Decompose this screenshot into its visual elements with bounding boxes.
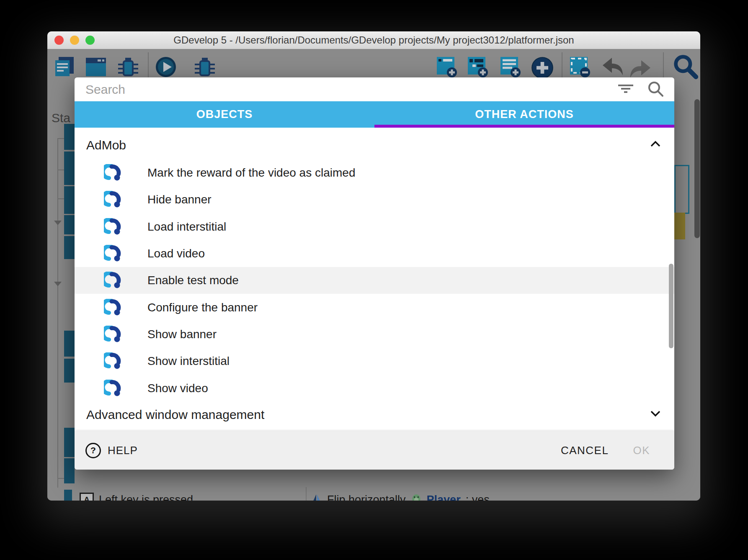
action-item[interactable]: Show banner — [75, 321, 674, 348]
background-event-block — [64, 236, 75, 259]
action-item[interactable]: Load interstitial — [75, 213, 674, 240]
active-tab-indicator — [374, 125, 674, 128]
admob-icon — [104, 191, 121, 208]
add-event-icon[interactable] — [436, 56, 458, 78]
redo-icon[interactable] — [629, 56, 650, 78]
background-event-block — [64, 331, 75, 357]
background-event-block — [64, 215, 75, 234]
background-event-block — [64, 359, 75, 383]
dialog-footer: ? HELP CANCEL OK — [75, 431, 674, 470]
search-bar — [75, 77, 674, 101]
help-circle-icon: ? — [85, 443, 101, 458]
admob-icon — [104, 299, 121, 316]
flip-icon — [311, 493, 322, 501]
chevron-up-icon[interactable] — [648, 138, 663, 152]
scene-tab-label-partial: Sta — [52, 111, 70, 125]
condition-text: Left key is pressed — [99, 493, 193, 501]
admob-icon — [104, 245, 121, 262]
delete-event-icon[interactable] — [569, 56, 591, 78]
tab-objects[interactable]: OBJECTS — [75, 101, 374, 128]
keyboard-key-icon: A — [80, 493, 94, 501]
event-action: Flip horizontally Player : yes — [311, 491, 490, 501]
action-text: Flip horizontally — [327, 493, 406, 501]
search-icon[interactable] — [647, 80, 664, 99]
title-bar: GDevelop 5 - /Users/florian/Documents/GD… — [47, 31, 700, 49]
admob-icon — [104, 164, 121, 182]
chevron-down-icon[interactable] — [648, 408, 663, 422]
action-item[interactable]: Show video — [75, 375, 674, 402]
toolbar-separator — [663, 52, 664, 78]
background-event-block — [64, 428, 75, 457]
action-item[interactable]: Hide banner — [75, 186, 674, 213]
scene-editor-icon[interactable] — [85, 56, 107, 78]
collapse-arrow-icon[interactable] — [54, 282, 62, 286]
event-condition: A Left key is pressed — [80, 491, 193, 501]
help-button[interactable]: ? HELP — [85, 443, 138, 458]
action-item[interactable]: Configure the banner — [75, 294, 674, 321]
ok-button-disabled[interactable]: OK — [633, 444, 650, 457]
action-value: : yes — [466, 493, 490, 501]
zoom-window-button[interactable] — [85, 36, 95, 45]
add-subevent-icon[interactable] — [467, 56, 489, 78]
close-window-button[interactable] — [54, 36, 64, 45]
search-input[interactable] — [85, 82, 605, 97]
minimize-window-button[interactable] — [70, 36, 79, 45]
play-icon[interactable] — [155, 56, 177, 78]
dialog-tabs: OBJECTS OTHER ACTIONS — [75, 101, 674, 128]
section-header-admob[interactable]: AdMob — [75, 132, 674, 159]
events-scrollbar[interactable] — [694, 99, 700, 238]
background-event-outline — [674, 165, 689, 214]
debug-run-icon[interactable] — [194, 56, 216, 78]
background-event-block — [64, 186, 75, 214]
debugger-icon[interactable] — [117, 56, 139, 78]
choose-action-dialog: OBJECTS OTHER ACTIONS AdMob Mark the rew… — [75, 77, 674, 470]
background-event-block — [64, 152, 75, 185]
toolbar-separator — [148, 52, 149, 78]
action-object-name: Player — [427, 493, 461, 501]
collapse-arrow-icon[interactable] — [54, 221, 62, 225]
player-object-icon — [411, 493, 422, 501]
admob-icon — [104, 380, 121, 397]
event-tree-line — [57, 138, 58, 488]
action-item[interactable]: Load video — [75, 240, 674, 267]
tab-other-actions[interactable]: OTHER ACTIONS — [374, 101, 674, 128]
project-manager-icon[interactable] — [54, 56, 75, 78]
background-event-block — [64, 458, 75, 483]
add-comment-icon[interactable] — [500, 56, 521, 78]
gdevelop-window: GDevelop 5 - /Users/florian/Documents/GD… — [47, 31, 700, 501]
filter-icon[interactable] — [617, 81, 634, 98]
admob-icon — [104, 218, 121, 236]
admob-icon — [104, 272, 121, 289]
background-comment-block — [674, 213, 685, 239]
window-title: GDevelop 5 - /Users/florian/Documents/GD… — [173, 34, 574, 46]
undo-icon[interactable] — [601, 56, 623, 78]
action-item-selected[interactable]: Enable test mode — [75, 267, 674, 294]
condition-action-divider — [306, 487, 307, 501]
toolbar-separator — [562, 52, 562, 78]
admob-icon — [104, 352, 121, 370]
cancel-button[interactable]: CANCEL — [561, 444, 609, 457]
actions-list: AdMob Mark the reward of the video as cl… — [75, 128, 674, 431]
section-header-advanced-window-management[interactable]: Advanced window management — [75, 401, 674, 428]
action-item[interactable]: Show interstitial — [75, 348, 674, 375]
dialog-scrollbar[interactable] — [669, 264, 673, 348]
background-event-block — [64, 490, 72, 501]
action-item[interactable]: Mark the reward of the video as claimed — [75, 159, 674, 186]
search-events-icon[interactable] — [672, 53, 694, 75]
add-circle-icon[interactable] — [531, 56, 552, 78]
admob-icon — [104, 326, 121, 343]
background-event-block — [64, 124, 75, 150]
